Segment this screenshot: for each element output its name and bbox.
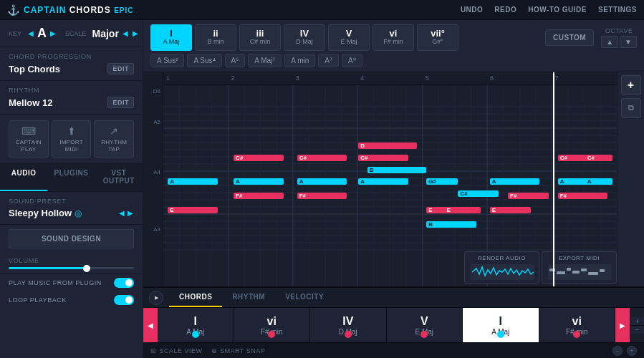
tab-audio[interactable]: AUDIO: [0, 164, 47, 191]
chord-alt-sus4[interactable]: A Sus⁴: [187, 54, 221, 67]
seq-chord-4-dot[interactable]: [420, 331, 428, 338]
note-A-bar2: A: [234, 178, 284, 185]
note-C#-bar7b: C#: [585, 155, 612, 161]
note-E-bar1: E: [168, 207, 218, 213]
action-buttons-row: ⌨ CAPTAINPLAY ⬆ IMPORTMIDI ↗ RHYTHMTAP: [0, 115, 143, 164]
bottom-tab-rhythm[interactable]: RHYTHM: [222, 288, 275, 307]
svg-rect-55: [588, 272, 598, 275]
seq-chord-4[interactable]: V E Maj: [387, 308, 463, 342]
seq-chord-1[interactable]: I A Maj: [158, 308, 234, 342]
play-music-label: PLAY MUSIC FROM PLUGIN: [9, 279, 102, 286]
note-F#-bar3: F#: [297, 193, 347, 199]
custom-button[interactable]: CUSTOM: [545, 29, 594, 46]
chord-alt-7[interactable]: A⁷: [318, 54, 339, 67]
sound-design-button[interactable]: SOUND DESIGN: [9, 229, 134, 248]
copy-button[interactable]: ⧉: [621, 98, 641, 118]
seq-prev-button[interactable]: ◀: [143, 308, 158, 342]
seq-chord-5[interactable]: I A Maj: [463, 308, 539, 342]
piano-key-a3: A3: [153, 226, 160, 233]
octave-down-arrow[interactable]: ▼: [620, 36, 637, 48]
key-scale-section: KEY ◀ A ▶ SCALE Major ◀ ▶: [0, 20, 143, 47]
seq-chord-5-dot[interactable]: [497, 331, 504, 338]
add-button[interactable]: +: [621, 75, 641, 95]
bottom-play-button[interactable]: ▶: [149, 291, 163, 305]
chord-7-numeral: vii°: [425, 29, 451, 38]
chord-alt-min[interactable]: A min: [284, 54, 315, 67]
play-music-toggle[interactable]: [114, 278, 134, 288]
rhythm-tap-button[interactable]: ↗ RHYTHMTAP: [94, 120, 134, 158]
seq-chord-3-dot[interactable]: [345, 331, 352, 338]
scale-view-icon: ⊞: [150, 347, 157, 354]
chord-2-numeral: ii: [203, 29, 229, 38]
smart-snap-button[interactable]: ⊕ SMART SNAP: [211, 347, 266, 354]
chord-3-name: C# min: [247, 38, 273, 47]
seq-plus-button[interactable]: +: [630, 317, 644, 326]
zoom-in-button[interactable]: +: [627, 346, 637, 356]
chord-btn-2[interactable]: ii B min: [195, 24, 236, 51]
loop-playback-toggle[interactable]: [114, 295, 134, 305]
render-audio-label: RENDER AUDIO: [471, 255, 533, 261]
bottom-tab-chords[interactable]: CHORDS: [169, 288, 222, 307]
tab-vst-output[interactable]: VST OUTPUT: [95, 164, 143, 191]
top-bar: ⚓ CAPTAIN CHORDS EPIC UNDO REDO HOW-TO G…: [0, 0, 644, 20]
octave-up-arrow[interactable]: ▲: [601, 36, 618, 48]
seq-chord-6-dot[interactable]: [573, 331, 580, 338]
loop-playback-toggle-knob: [125, 296, 133, 304]
seq-chord-1-dot[interactable]: [192, 331, 199, 338]
chord-btn-1[interactable]: I A Maj: [150, 24, 192, 51]
import-midi-button[interactable]: ⬆ IMPORTMIDI: [52, 120, 92, 158]
chord-alt-maj7[interactable]: A Maj⁷: [248, 54, 282, 67]
chord-btn-7[interactable]: vii° G#°: [417, 24, 458, 51]
bar-6: 6: [487, 72, 552, 84]
render-audio-button[interactable]: RENDER AUDIO: [464, 251, 539, 284]
redo-button[interactable]: REDO: [494, 6, 516, 14]
bar-7: 7: [552, 72, 617, 84]
key-label: KEY: [9, 30, 21, 37]
chord-btn-4[interactable]: IV D Maj: [284, 24, 325, 51]
left-panel: KEY ◀ A ▶ SCALE Major ◀ ▶ CHORD PROGRESS…: [0, 20, 143, 358]
right-side: I A Maj ii B min iii C# min IV D Maj: [143, 20, 644, 358]
volume-knob[interactable]: [83, 265, 90, 272]
chord-alt-sus2[interactable]: A Sus²: [150, 54, 184, 67]
key-next-arrow[interactable]: ▶: [49, 29, 57, 37]
how-to-guide-button[interactable]: HOW-TO GUIDE: [528, 6, 587, 14]
octave-label: OCTAVE: [605, 27, 633, 34]
seq-chord-6[interactable]: vi F# min: [539, 308, 616, 342]
settings-button[interactable]: SETTINGS: [598, 6, 637, 14]
chord-alt-6[interactable]: A⁶: [225, 54, 246, 67]
piano-key-a4: A4: [153, 169, 160, 175]
play-music-toggle-knob: [125, 279, 133, 286]
chord-prog-edit-button[interactable]: EDIT: [107, 63, 134, 74]
bottom-tab-velocity[interactable]: VELOCITY: [275, 288, 334, 307]
preset-prev-arrow[interactable]: ◀: [118, 209, 125, 217]
seq-chord-2[interactable]: vi F# min: [234, 308, 311, 342]
scale-view-button[interactable]: ⊞ SCALE VIEW: [150, 347, 203, 354]
rhythm-edit-button[interactable]: EDIT: [107, 97, 134, 108]
note-A-bar3: A: [297, 178, 347, 185]
preset-name: Sleepy Hollow: [9, 208, 72, 218]
volume-slider[interactable]: [9, 267, 134, 269]
tab-plugins[interactable]: PLUGINS: [47, 164, 95, 191]
loop-playback-label: LOOP PLAYBACK: [9, 296, 67, 304]
smart-snap-label: SMART SNAP: [220, 347, 265, 354]
scale-next-arrow[interactable]: ▶: [132, 29, 139, 37]
seq-chord-2-dot[interactable]: [268, 331, 275, 338]
chord-btn-3[interactable]: iii C# min: [239, 24, 281, 51]
chord-alt-9[interactable]: A⁹: [342, 54, 362, 67]
seq-minus-button[interactable]: −: [630, 326, 644, 334]
key-prev-arrow[interactable]: ◀: [27, 29, 34, 37]
seq-chord-5-numeral: I: [499, 315, 502, 328]
scale-prev-arrow[interactable]: ◀: [122, 29, 129, 37]
seq-chord-3[interactable]: IV D Maj: [310, 308, 387, 342]
export-midi-button[interactable]: EXPORT MIDI: [542, 251, 617, 284]
scale-label: SCALE: [65, 30, 87, 37]
captain-play-button[interactable]: ⌨ CAPTAINPLAY: [9, 120, 49, 158]
chord-btn-6[interactable]: vi F# min: [373, 24, 414, 51]
undo-button[interactable]: UNDO: [461, 6, 483, 14]
seq-next-button[interactable]: ▶: [615, 308, 630, 342]
preset-next-arrow[interactable]: ▶: [127, 209, 134, 217]
zoom-out-button[interactable]: −: [612, 346, 623, 356]
import-midi-icon: ⬆: [67, 125, 76, 137]
smart-snap-icon: ⊕: [211, 347, 218, 354]
chord-btn-5[interactable]: V E Maj: [328, 24, 370, 51]
